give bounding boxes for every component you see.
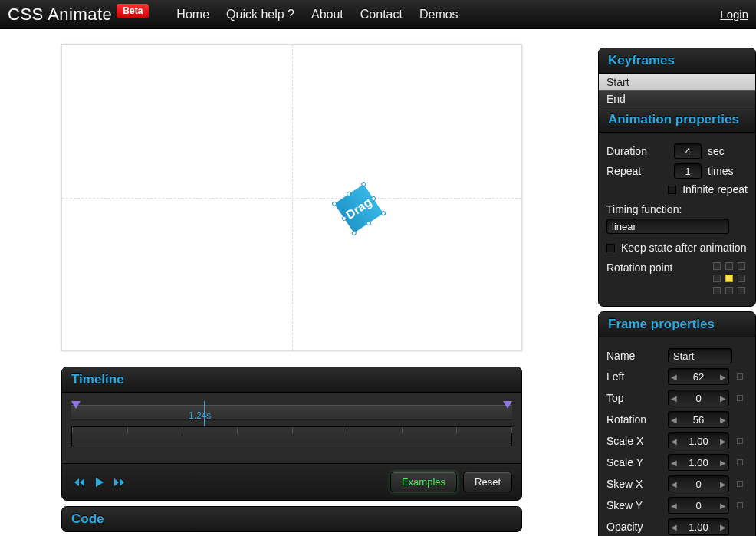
frame-panel: Frame properties Name Start Left ◀ 62 ▶ … xyxy=(598,311,756,536)
frame-skewx-label: Skew X xyxy=(606,478,663,490)
resize-handle-mr[interactable] xyxy=(366,220,372,226)
keyframes-title: Keyframes xyxy=(599,48,755,74)
scalex-link-icon[interactable] xyxy=(737,438,743,444)
frame-title: Frame properties xyxy=(599,312,755,337)
frame-left-input[interactable]: ◀ 62 ▶ xyxy=(668,368,729,385)
repeat-label: Repeat xyxy=(606,165,668,177)
skewx-link-icon[interactable] xyxy=(737,481,743,487)
code-title: Code xyxy=(62,507,521,531)
timing-select[interactable]: linear xyxy=(606,219,729,234)
keyframes-panel: Keyframes Start End Animation properties… xyxy=(598,48,756,307)
nav-about[interactable]: About xyxy=(311,8,343,21)
frame-rotation-input[interactable]: ◀ 56 ▶ xyxy=(668,411,729,428)
skewy-link-icon[interactable] xyxy=(737,502,743,508)
nav-quickhelp[interactable]: Quick help ? xyxy=(226,8,294,21)
opacity-inc[interactable]: ▶ xyxy=(718,523,728,531)
frame-name-input[interactable]: Start xyxy=(668,348,732,363)
keepstate-checkbox[interactable] xyxy=(606,244,615,252)
stage-vertical-guide xyxy=(292,45,293,350)
rotpoint-center[interactable] xyxy=(725,275,733,282)
scaley-inc[interactable]: ▶ xyxy=(718,459,728,467)
top-inc[interactable]: ▶ xyxy=(718,394,728,403)
frame-scalex-input[interactable]: ◀ 1.00 ▶ xyxy=(668,432,729,449)
scaley-dec[interactable]: ◀ xyxy=(669,459,679,467)
resize-handle-tr[interactable] xyxy=(380,210,386,216)
nav-home[interactable]: Home xyxy=(176,8,209,21)
rewind-button[interactable] xyxy=(71,475,88,490)
topbar: CSS Animate Beta Home Quick help ? About… xyxy=(0,0,756,29)
infinite-checkbox[interactable] xyxy=(668,186,676,194)
frame-rotation-label: Rotation xyxy=(606,413,663,426)
resize-handle-tm[interactable] xyxy=(370,196,376,202)
right-column: Keyframes Start End Animation properties… xyxy=(598,48,756,536)
scalex-inc[interactable]: ▶ xyxy=(718,437,728,446)
timeline-controls: Examples Reset xyxy=(62,463,521,500)
login-link[interactable]: Login xyxy=(720,8,748,21)
rotpoint-tr[interactable] xyxy=(738,262,745,270)
play-button[interactable] xyxy=(91,475,108,490)
drag-element[interactable]: Drag xyxy=(334,184,383,233)
timeline-ruler[interactable] xyxy=(71,426,512,446)
keyframe-marker-end[interactable] xyxy=(503,401,512,409)
opacity-dec[interactable]: ◀ xyxy=(669,523,679,531)
duration-input[interactable]: 4 xyxy=(674,143,702,159)
timeline-body: 1.24s xyxy=(62,393,521,463)
skewx-dec[interactable]: ◀ xyxy=(669,480,679,488)
frame-left-label: Left xyxy=(606,370,663,383)
nav-contact[interactable]: Contact xyxy=(360,8,403,21)
scalex-dec[interactable]: ◀ xyxy=(669,437,679,446)
rotpoint-mr[interactable] xyxy=(738,275,745,282)
keyframe-marker-start[interactable] xyxy=(71,401,81,409)
timeline-timelabel: 1.24s xyxy=(189,410,211,421)
stage[interactable]: Drag xyxy=(61,44,522,351)
rotpoint-bm[interactable] xyxy=(725,287,733,294)
top-dec[interactable]: ◀ xyxy=(669,394,679,403)
frame-name-label: Name xyxy=(606,350,663,362)
rotpoint-bl[interactable] xyxy=(713,287,721,294)
anim-body: Duration 4 sec Repeat 1 times Infinite r… xyxy=(599,133,755,306)
rotpoint-tm[interactable] xyxy=(725,262,733,270)
frame-top-input[interactable]: ◀ 0 ▶ xyxy=(668,390,729,406)
resize-handle-bl[interactable] xyxy=(331,201,337,207)
keyframe-item-start[interactable]: Start xyxy=(599,74,755,90)
frame-skewy-input[interactable]: ◀ 0 ▶ xyxy=(668,497,729,514)
frame-skewy-label: Skew Y xyxy=(606,499,663,511)
resize-handle-br[interactable] xyxy=(351,230,357,236)
frame-skewx-input[interactable]: ◀ 0 ▶ xyxy=(668,475,729,492)
skewy-dec[interactable]: ◀ xyxy=(669,501,679,510)
drag-label: Drag xyxy=(343,195,374,222)
rotation-inc[interactable]: ▶ xyxy=(718,416,728,424)
rotpoint-tl[interactable] xyxy=(713,262,721,270)
resize-handle-ml[interactable] xyxy=(346,191,352,197)
keyframe-item-end[interactable]: End xyxy=(599,90,755,107)
skewy-inc[interactable]: ▶ xyxy=(718,501,728,510)
timeline-keyframe-track[interactable] xyxy=(71,405,512,420)
repeat-input[interactable]: 1 xyxy=(674,163,702,179)
left-link-icon[interactable] xyxy=(737,373,743,380)
frame-opacity-input[interactable]: ◀ 1.00 ▶ xyxy=(668,518,729,535)
left-dec[interactable]: ◀ xyxy=(669,373,679,381)
duration-unit: sec xyxy=(708,145,725,157)
reset-button[interactable]: Reset xyxy=(463,472,512,492)
nav-links: Home Quick help ? About Contact Demos xyxy=(176,8,458,21)
beta-badge: Beta xyxy=(117,4,149,18)
nav-demos[interactable]: Demos xyxy=(419,8,459,21)
rotpoint-ml[interactable] xyxy=(713,275,721,282)
rotation-point-grid xyxy=(712,261,748,297)
rotpoint-br[interactable] xyxy=(738,287,745,294)
infinite-label: Infinite repeat xyxy=(682,183,748,196)
keepstate-label: Keep state after animation xyxy=(621,242,746,254)
fastforward-button[interactable] xyxy=(111,475,128,490)
skewx-inc[interactable]: ▶ xyxy=(718,480,728,488)
examples-button[interactable]: Examples xyxy=(390,472,457,492)
resize-handle-tl[interactable] xyxy=(360,181,366,187)
scaley-link-icon[interactable] xyxy=(737,459,743,465)
rotation-dec[interactable]: ◀ xyxy=(669,416,679,424)
timing-label: Timing function: xyxy=(606,203,682,215)
timeline-panel: Timeline 1.24s xyxy=(61,367,522,501)
frame-body: Name Start Left ◀ 62 ▶ Top ◀ 0 ▶ xyxy=(599,337,755,536)
left-inc[interactable]: ▶ xyxy=(718,373,728,381)
frame-scaley-label: Scale Y xyxy=(606,456,663,469)
frame-scaley-input[interactable]: ◀ 1.00 ▶ xyxy=(668,454,729,471)
top-link-icon[interactable] xyxy=(737,395,743,401)
